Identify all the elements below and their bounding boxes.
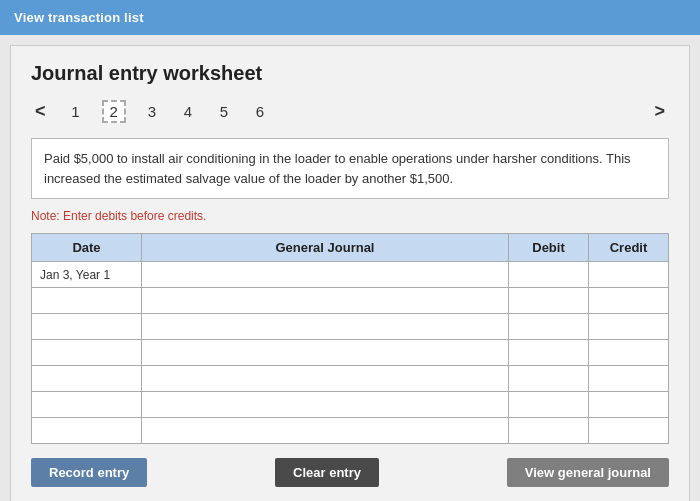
- pagination: < 1 2 3 4 5 6 >: [31, 99, 669, 124]
- table-row: [32, 314, 669, 340]
- footer-buttons: Record entry Clear entry View general jo…: [31, 458, 669, 487]
- row-6-debit-input[interactable]: [517, 397, 580, 412]
- row-3-debit[interactable]: [509, 314, 589, 340]
- page-1[interactable]: 1: [66, 103, 86, 120]
- table-row: [32, 288, 669, 314]
- next-page-button[interactable]: >: [650, 99, 669, 124]
- table-row: [32, 418, 669, 444]
- table-row: [32, 392, 669, 418]
- col-header-gj: General Journal: [142, 234, 509, 262]
- row-6-credit-input[interactable]: [597, 397, 660, 412]
- row-1-debit[interactable]: [509, 262, 589, 288]
- table-row: [32, 340, 669, 366]
- row-2-credit-input[interactable]: [597, 293, 660, 308]
- row-6-debit[interactable]: [509, 392, 589, 418]
- row-5-gj-input[interactable]: [150, 371, 500, 386]
- row-3-gj-input[interactable]: [150, 319, 500, 334]
- row-2-debit[interactable]: [509, 288, 589, 314]
- row-7-credit[interactable]: [589, 418, 669, 444]
- row-7-debit-input[interactable]: [517, 423, 580, 438]
- view-transaction-button[interactable]: View transaction list: [14, 6, 144, 29]
- table-row: [32, 366, 669, 392]
- row-7-credit-input[interactable]: [597, 423, 660, 438]
- row-5-date: [32, 366, 142, 392]
- prev-page-button[interactable]: <: [31, 99, 50, 124]
- main-content: Journal entry worksheet < 1 2 3 4 5 6 > …: [10, 45, 690, 501]
- row-2-gj-input[interactable]: [150, 293, 500, 308]
- view-general-journal-button[interactable]: View general journal: [507, 458, 669, 487]
- top-bar: View transaction list: [0, 0, 700, 35]
- row-3-gj[interactable]: [142, 314, 509, 340]
- page-6[interactable]: 6: [250, 103, 270, 120]
- row-4-gj[interactable]: [142, 340, 509, 366]
- clear-entry-button[interactable]: Clear entry: [275, 458, 379, 487]
- record-entry-button[interactable]: Record entry: [31, 458, 147, 487]
- description-box: Paid $5,000 to install air conditioning …: [31, 138, 669, 199]
- row-4-credit-input[interactable]: [597, 345, 660, 360]
- row-3-debit-input[interactable]: [517, 319, 580, 334]
- row-3-credit[interactable]: [589, 314, 669, 340]
- row-4-date: [32, 340, 142, 366]
- row-5-credit[interactable]: [589, 366, 669, 392]
- row-6-gj-input[interactable]: [150, 397, 500, 412]
- row-6-date: [32, 392, 142, 418]
- row-2-gj[interactable]: [142, 288, 509, 314]
- row-4-credit[interactable]: [589, 340, 669, 366]
- row-7-date: [32, 418, 142, 444]
- page-5[interactable]: 5: [214, 103, 234, 120]
- row-1-gj-input[interactable]: [150, 267, 500, 282]
- journal-table: Date General Journal Debit Credit Jan 3,…: [31, 233, 669, 444]
- row-1-credit-input[interactable]: [597, 267, 660, 282]
- row-6-gj[interactable]: [142, 392, 509, 418]
- row-7-gj-input[interactable]: [150, 423, 500, 438]
- row-1-date: Jan 3, Year 1: [32, 262, 142, 288]
- row-4-debit-input[interactable]: [517, 345, 580, 360]
- row-5-credit-input[interactable]: [597, 371, 660, 386]
- row-3-credit-input[interactable]: [597, 319, 660, 334]
- table-row: Jan 3, Year 1: [32, 262, 669, 288]
- row-1-gj[interactable]: [142, 262, 509, 288]
- page-3[interactable]: 3: [142, 103, 162, 120]
- row-6-credit[interactable]: [589, 392, 669, 418]
- row-4-debit[interactable]: [509, 340, 589, 366]
- row-5-gj[interactable]: [142, 366, 509, 392]
- note-text: Note: Enter debits before credits.: [31, 209, 669, 223]
- row-3-date: [32, 314, 142, 340]
- page-4[interactable]: 4: [178, 103, 198, 120]
- page-2-active[interactable]: 2: [102, 100, 126, 123]
- row-5-debit[interactable]: [509, 366, 589, 392]
- row-5-debit-input[interactable]: [517, 371, 580, 386]
- row-2-debit-input[interactable]: [517, 293, 580, 308]
- row-2-credit[interactable]: [589, 288, 669, 314]
- row-7-gj[interactable]: [142, 418, 509, 444]
- row-1-credit[interactable]: [589, 262, 669, 288]
- page-title: Journal entry worksheet: [31, 62, 669, 85]
- row-1-debit-input[interactable]: [517, 267, 580, 282]
- col-header-debit: Debit: [509, 234, 589, 262]
- col-header-credit: Credit: [589, 234, 669, 262]
- col-header-date: Date: [32, 234, 142, 262]
- row-7-debit[interactable]: [509, 418, 589, 444]
- row-4-gj-input[interactable]: [150, 345, 500, 360]
- row-2-date: [32, 288, 142, 314]
